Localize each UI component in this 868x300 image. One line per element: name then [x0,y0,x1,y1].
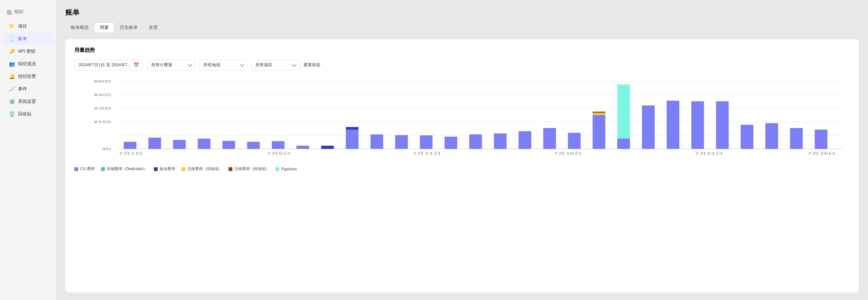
chevron-down-icon-3 [292,62,297,67]
page-title: 账单 [65,8,859,18]
svg-rect-25 [420,135,433,149]
svg-rect-16 [222,141,235,149]
trash-icon: 🗑️ [9,111,15,117]
svg-rect-30 [543,128,556,149]
svg-rect-31 [568,133,581,149]
svg-rect-33 [592,113,605,115]
svg-rect-38 [666,101,679,149]
billing-filter-label: 所有计费项 [151,62,172,68]
svg-rect-24 [395,135,408,149]
svg-rect-29 [519,131,531,149]
legend-item-pipelines: Pipelines [276,167,297,171]
sidebar-item-label: API 密钥 [18,48,35,54]
sidebar-item-label: 项目 [18,24,27,29]
date-range-button[interactable]: 2024年7月1日 至 2024年7... 📅 [74,60,143,70]
svg-text:¥150: ¥150 [93,120,111,124]
projects-icon: 📁 [9,24,15,29]
tab-overview[interactable]: 账单概览 [65,23,94,33]
tab-history[interactable]: 历史账单 [114,23,143,33]
region-filter-label: 所有地域 [204,62,220,68]
sidebar-item-label: 组织告警 [18,74,36,79]
chart-title: 用量趋势 [74,47,850,54]
svg-text:¥300: ¥300 [93,106,111,110]
events-icon: 📈 [9,86,15,92]
svg-rect-15 [197,139,210,149]
settings-icon: ⚙️ [9,99,15,104]
legend-label-pipelines: Pipelines [281,167,297,171]
chart-card: 用量趋势 2024年7月1日 至 2024年7... 📅 所有计费项 所有地域 … [65,39,859,292]
svg-rect-32 [592,115,605,149]
tab-invoices[interactable]: 发票 [143,23,163,33]
date-range-text: 2024年7月1日 至 2024年7... [79,62,131,68]
svg-text:¥0: ¥0 [102,147,111,151]
calendar-icon: 📅 [133,62,139,68]
svg-text:¥450: ¥450 [93,93,111,97]
svg-rect-27 [469,134,482,149]
legend-label-backup: 备份费用 [160,166,175,172]
svg-rect-14 [173,140,186,149]
legend-label-storage: 存储费用（Dedicated） [107,166,147,172]
sidebar-item-trash[interactable]: 🗑️回收站 [3,108,54,120]
legend-item-migration_local: 迁移费用（同地域） [182,166,222,172]
sidebar-item-label: 回收站 [18,111,32,117]
chart-legend: CU 费用存储费用（Dedicated）备份费用迁移费用（同地域）迁移费用（跨地… [74,166,850,172]
legend-dot-migration_local [182,167,185,171]
project-filter[interactable]: 所有项目 [251,60,300,70]
svg-text:¥600: ¥600 [93,79,111,83]
svg-rect-39 [691,101,704,149]
svg-text:7月16日: 7月16日 [554,152,582,155]
svg-rect-26 [444,137,457,149]
sidebar-item-alerts[interactable]: 🔔组织告警 [3,70,54,82]
sidebar-item-label: 事件 [18,86,27,92]
sidebar-item-events[interactable]: 📈事件 [3,83,54,95]
sidebar-item-settings[interactable]: ⚙️系统设置 [3,96,54,108]
svg-rect-28 [494,133,506,149]
reset-filter-button[interactable]: 重置筛选 [304,62,320,68]
legend-item-cu: CU 费用 [74,166,95,172]
svg-rect-36 [617,139,630,149]
sidebar-item-label: 账单 [18,36,27,42]
chevron-down-icon [188,62,192,67]
sidebar-item-projects[interactable]: 📁项目 [3,20,54,32]
svg-rect-18 [272,141,284,149]
legend-item-storage: 存储费用（Dedicated） [101,166,147,172]
legend-dot-migration_cross [228,167,232,171]
svg-rect-20 [321,146,334,149]
api-keys-icon: 🔑 [9,48,15,54]
region-filter[interactable]: 所有地域 [199,60,247,70]
org-icon: 🏢 [6,9,12,14]
legend-dot-backup [154,167,158,171]
svg-text:7月1日: 7月1日 [118,152,143,155]
sidebar-item-billing[interactable]: 🧾账单 [3,33,54,45]
tab-usage[interactable]: 用量 [94,23,114,33]
svg-rect-41 [741,125,753,149]
svg-text:7月21日: 7月21日 [694,152,723,155]
svg-rect-44 [814,130,827,149]
org-label: 🏢 组织 [0,6,56,20]
sidebar-item-members[interactable]: 👥组织成员 [3,58,54,70]
sidebar: 🏢 组织 📁项目🧾账单🔑API 密钥👥组织成员🔔组织告警📈事件⚙️系统设置🗑️回… [0,0,56,300]
svg-text:7月11日: 7月11日 [412,152,441,155]
filter-row: 2024年7月1日 至 2024年7... 📅 所有计费项 所有地域 所有项目 … [74,60,850,70]
billing-filter[interactable]: 所有计费项 [147,60,195,70]
svg-rect-34 [592,111,605,113]
legend-label-cu: CU 费用 [80,166,95,172]
legend-item-migration_cross: 迁移费用（跨地域） [228,166,269,172]
svg-rect-23 [370,134,383,149]
svg-rect-22 [346,127,359,130]
org-text: 组织 [14,9,24,15]
project-filter-label: 所有项目 [255,62,272,68]
legend-label-migration_cross: 迁移费用（跨地域） [234,166,269,172]
svg-rect-42 [765,123,778,149]
legend-dot-pipelines [276,167,279,171]
sidebar-item-api-keys[interactable]: 🔑API 密钥 [3,45,54,58]
tab-bar: 账单概览用量历史账单发票 [65,23,859,33]
legend-label-migration_local: 迁移费用（同地域） [187,166,222,172]
sidebar-item-label: 组织成员 [18,61,36,67]
svg-rect-12 [124,142,136,149]
svg-rect-43 [790,128,803,149]
svg-rect-37 [642,105,655,149]
svg-rect-40 [716,101,728,149]
chevron-down-icon-2 [240,62,244,67]
svg-rect-13 [148,138,161,149]
